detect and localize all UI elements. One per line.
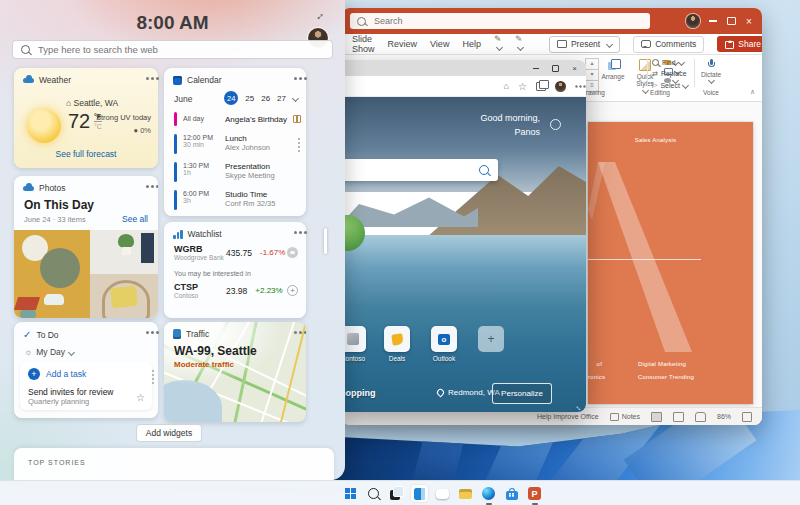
plus-icon: +: [487, 332, 494, 346]
web-search-bar[interactable]: [12, 40, 333, 59]
photos-widget[interactable]: Photos On This Day June 24 · 33 items Se…: [14, 176, 158, 318]
todo-widget[interactable]: ✓To Do ☼ My Day + Add a task Send invite…: [14, 322, 158, 418]
more-options-icon[interactable]: [575, 85, 577, 87]
photo-thumbnail[interactable]: [90, 274, 158, 318]
web-search-input[interactable]: [36, 43, 324, 56]
chevron-down-icon[interactable]: [292, 94, 299, 101]
photo-thumbnail[interactable]: [90, 230, 158, 274]
task-view-button[interactable]: [388, 485, 405, 502]
calendar-event[interactable]: 1:30 PM1h PresentationSkype Meeting: [174, 162, 275, 182]
close-button[interactable]: ×: [744, 16, 754, 26]
date-option[interactable]: 27: [277, 94, 286, 103]
calendar-widget[interactable]: Calendar June 24 25 26 27 All day Angela…: [164, 68, 306, 216]
close-button[interactable]: ×: [572, 64, 577, 73]
todo-list-selector[interactable]: ☼ My Day: [24, 347, 74, 357]
minimize-button[interactable]: [533, 68, 539, 69]
widget-menu-icon[interactable]: [294, 331, 297, 334]
arrange-button[interactable]: Arrange: [600, 59, 626, 80]
personalize-button[interactable]: Personalize: [492, 383, 552, 404]
file-explorer-button[interactable]: [457, 485, 474, 502]
laser-pointer-icon[interactable]: ✎: [494, 34, 502, 54]
replace-button[interactable]: ⇄Replace: [652, 70, 688, 78]
help-improve-office[interactable]: Help Improve Office: [537, 413, 599, 420]
photo-thumbnail[interactable]: [14, 230, 90, 318]
present-button[interactable]: Present: [549, 36, 620, 53]
calendar-event[interactable]: 12:00 PM30 min LunchAlex Johnson: [174, 134, 270, 154]
profile-avatar[interactable]: [555, 81, 566, 92]
favorites-star-icon[interactable]: ☆: [518, 81, 527, 92]
minimize-button[interactable]: [708, 16, 718, 26]
unit-celsius[interactable]: °C: [94, 122, 102, 130]
select-button[interactable]: ▷Select: [652, 81, 688, 89]
slide-sorter-icon[interactable]: [673, 412, 684, 422]
add-widgets-button[interactable]: Add widgets: [136, 424, 202, 442]
photos-cloud-icon: [23, 186, 34, 191]
task-item[interactable]: Send invites for review Quarterly planni…: [28, 387, 130, 406]
normal-view-icon[interactable]: [651, 412, 662, 422]
widget-menu-icon[interactable]: [146, 331, 149, 334]
calendar-event[interactable]: All day Angela's Birthday: [174, 112, 301, 126]
dictate-button[interactable]: Dictate: [694, 59, 728, 86]
slideshow-view-icon[interactable]: [695, 412, 706, 422]
start-button[interactable]: [342, 485, 359, 502]
calendar-event[interactable]: 6:00 PM3h Studio TimeConf Rm 32/35: [174, 190, 275, 210]
pen-icon[interactable]: ✎: [515, 34, 523, 54]
tab-help[interactable]: Help: [462, 39, 481, 49]
panel-scrollbar-handle[interactable]: [324, 228, 327, 254]
taskbar-search-button[interactable]: [365, 485, 382, 502]
widget-menu-icon[interactable]: [294, 77, 297, 80]
tab-view[interactable]: View: [430, 39, 449, 49]
stock-row[interactable]: WGRBWoodgrove Bank 435.75 -1.67%: [174, 244, 298, 261]
powerpoint-search-box[interactable]: [350, 13, 650, 29]
traffic-widget[interactable]: Traffic WA-99, Seattle Moderate traffic: [164, 322, 306, 422]
chat-button[interactable]: [434, 485, 451, 502]
quicklink-outlook[interactable]: o: [431, 326, 457, 352]
powerpoint-ribbon-tabs: Slide Show Review View Help ✎ ✎ Present …: [342, 34, 762, 55]
widget-menu-icon[interactable]: [146, 185, 149, 188]
collections-icon[interactable]: [536, 82, 546, 91]
widget-menu-icon[interactable]: [146, 77, 149, 80]
store-button[interactable]: [503, 485, 520, 502]
widget-menu-icon[interactable]: [294, 231, 297, 234]
quicklink-deals[interactable]: [384, 326, 410, 352]
see-full-forecast-link[interactable]: See full forecast: [14, 149, 158, 159]
scroll-indicator[interactable]: [152, 370, 154, 372]
top-stories-section[interactable]: TOP STORIES: [14, 448, 334, 480]
tab-review[interactable]: Review: [388, 39, 418, 49]
comments-button[interactable]: Comments: [633, 36, 704, 53]
see-all-link[interactable]: See all: [122, 214, 148, 224]
notes-button[interactable]: Notes: [610, 413, 640, 421]
scroll-indicator[interactable]: [298, 138, 300, 140]
avatar[interactable]: [686, 14, 700, 28]
bing-search-bar[interactable]: [340, 159, 498, 181]
powerpoint-button[interactable]: P: [526, 485, 543, 502]
traffic-icon: [173, 329, 181, 339]
date-option[interactable]: 26: [261, 94, 270, 103]
edge-button[interactable]: [480, 485, 497, 502]
stock-row[interactable]: CTSPContoso 23.98 +2.23% +: [174, 282, 298, 299]
location-chip[interactable]: Redmond, WA: [437, 388, 500, 397]
collapse-ribbon-icon[interactable]: ∧: [750, 88, 755, 96]
shape-gallery[interactable]: ▴ ▾ ≡: [585, 58, 599, 92]
page-settings-gear-icon[interactable]: [550, 119, 561, 130]
star-important-icon[interactable]: ☆: [136, 392, 145, 403]
powerpoint-search-input[interactable]: [372, 15, 643, 27]
share-button[interactable]: Share: [717, 36, 762, 52]
slide-canvas[interactable]: Sales Analysis of ronics Digital Marketi…: [588, 122, 753, 404]
fit-slide-icon[interactable]: [742, 412, 752, 422]
zoom-level[interactable]: 86%: [717, 413, 731, 420]
widgets-button[interactable]: [411, 485, 428, 502]
add-stock-icon[interactable]: +: [287, 285, 298, 296]
weather-widget[interactable]: Weather ⌂ Seattle, WA 72 °F °C Strong UV…: [14, 68, 158, 168]
tab-slide-show[interactable]: Slide Show: [352, 34, 375, 54]
watching-eye-icon[interactable]: [287, 247, 298, 258]
page-settings-icon[interactable]: ⌂: [504, 81, 509, 91]
date-option[interactable]: 25: [245, 94, 254, 103]
watchlist-widget[interactable]: Watchlist WGRBWoodgrove Bank 435.75 -1.6…: [164, 222, 306, 318]
maximize-button[interactable]: [552, 65, 559, 72]
date-selected[interactable]: 24: [224, 91, 238, 105]
add-task-button[interactable]: + Add a task: [28, 368, 86, 380]
find-button[interactable]: Find: [652, 59, 688, 66]
add-quicklink-tile[interactable]: +: [478, 326, 504, 352]
maximize-button[interactable]: [726, 16, 736, 26]
